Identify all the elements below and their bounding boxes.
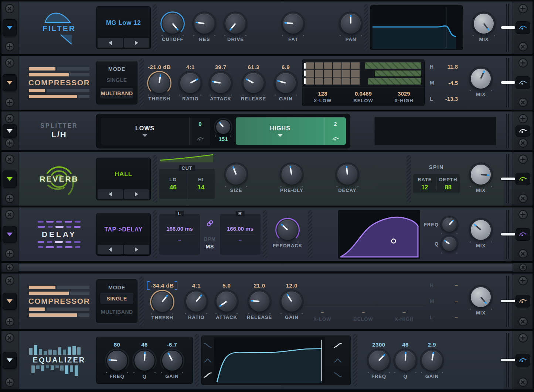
feedback-knob[interactable]: FEEDBACK bbox=[273, 220, 302, 248]
pan-knob[interactable]: PAN bbox=[341, 14, 361, 42]
collapse-button[interactable] bbox=[3, 19, 17, 36]
preset-prev-button[interactable] bbox=[98, 38, 123, 48]
thresh-knob[interactable]: -34.4 dB THRESH bbox=[148, 282, 177, 320]
lowpass-icon[interactable] bbox=[333, 372, 342, 378]
delay-filter-graph[interactable] bbox=[338, 210, 420, 259]
preset-name[interactable]: HALL bbox=[98, 159, 149, 189]
filter-response-graph[interactable] bbox=[370, 5, 463, 50]
collapse-button[interactable] bbox=[3, 226, 17, 243]
pre-delay-knob[interactable]: PRE-DLY bbox=[280, 165, 303, 193]
ratio-knob[interactable]: 4:1 RATIO bbox=[186, 282, 206, 320]
collapse-button[interactable] bbox=[3, 293, 17, 310]
delay-right-time[interactable]: R 166.00 ms – bbox=[220, 214, 261, 255]
mix-knob[interactable]: MIX bbox=[474, 14, 494, 42]
delay-freq-knob[interactable]: FREQ bbox=[424, 218, 456, 232]
band1-freq-knob[interactable]: 80 FREQ bbox=[107, 341, 127, 379]
bpm-mode[interactable]: BPM bbox=[204, 236, 216, 242]
drag-handle[interactable] bbox=[501, 300, 515, 302]
band2-gain-knob[interactable]: 2.9 GAIN bbox=[422, 341, 442, 379]
xlow-control[interactable]: 128X-LOW bbox=[302, 90, 343, 103]
mode-single[interactable]: SINGLE bbox=[100, 75, 133, 85]
preset-next-button[interactable] bbox=[124, 38, 150, 48]
highpass-icon[interactable] bbox=[203, 372, 212, 378]
drag-handle[interactable] bbox=[501, 26, 515, 29]
mode-multiband[interactable]: MULTIBAND bbox=[100, 307, 133, 317]
routing-button[interactable] bbox=[516, 125, 530, 137]
module-collapsed[interactable] bbox=[1, 262, 533, 272]
lows-band[interactable]: LOWS 0 bbox=[100, 117, 211, 145]
preset-name[interactable]: MG Low 12 bbox=[98, 8, 149, 38]
band2-q-knob[interactable]: 46 Q bbox=[395, 341, 415, 379]
mode-single[interactable]: SINGLE bbox=[100, 293, 133, 304]
xhigh-control[interactable]: 3029X-HIGH bbox=[384, 90, 424, 103]
link-icon[interactable] bbox=[206, 219, 214, 227]
band1-q-knob[interactable]: 46 Q bbox=[135, 341, 154, 379]
delay-q-knob[interactable]: Q bbox=[424, 237, 456, 251]
ms-mode[interactable]: MS bbox=[205, 244, 214, 250]
spin-rate-control[interactable]: RATE12 bbox=[413, 177, 436, 191]
preset-next-button[interactable] bbox=[124, 189, 150, 199]
peak-icon[interactable] bbox=[203, 357, 212, 363]
band2-freq-knob[interactable]: 2300 FREQ bbox=[369, 341, 389, 379]
cut-hi-control[interactable]: HI14 bbox=[187, 169, 215, 199]
gain-knob[interactable]: 12.0 GAIN bbox=[282, 282, 302, 320]
mode-multiband[interactable]: MULTIBAND bbox=[100, 88, 133, 99]
routing-button[interactable] bbox=[516, 21, 530, 34]
release-knob[interactable]: 61.3 RELEASE bbox=[241, 64, 266, 102]
drag-handle[interactable] bbox=[501, 359, 515, 361]
drag-handle-rail[interactable] bbox=[504, 58, 512, 107]
mix-knob[interactable]: MIX bbox=[471, 165, 491, 193]
preset-next-button[interactable] bbox=[124, 245, 150, 254]
highs-band[interactable]: HIGHS 2 bbox=[235, 117, 346, 145]
collapse-button[interactable] bbox=[3, 124, 17, 138]
res-knob[interactable]: RES bbox=[194, 14, 214, 42]
drag-handle-rail[interactable] bbox=[504, 333, 512, 387]
drag-handle-rail[interactable] bbox=[504, 210, 512, 259]
mix-knob[interactable]: MIX bbox=[471, 220, 491, 248]
collapsed-module-bar[interactable] bbox=[18, 263, 513, 272]
routing-button[interactable] bbox=[516, 76, 530, 89]
divider bbox=[153, 155, 157, 203]
routing-button[interactable] bbox=[516, 173, 530, 185]
fat-knob[interactable]: FAT bbox=[283, 14, 303, 42]
drag-handle-rail[interactable] bbox=[504, 114, 512, 148]
preset-prev-button[interactable] bbox=[98, 189, 123, 199]
drag-handle[interactable] bbox=[501, 178, 515, 180]
crossover-knob[interactable]: 151 bbox=[216, 120, 230, 142]
routing-button[interactable] bbox=[516, 354, 530, 367]
drag-handle-rail[interactable] bbox=[504, 4, 512, 52]
cut-lo-control[interactable]: LO46 bbox=[159, 169, 187, 199]
thresh-knob[interactable]: -21.0 dB THRESH bbox=[148, 64, 171, 102]
collapse-button[interactable] bbox=[3, 74, 17, 91]
below-control[interactable]: 0.0469BELOW bbox=[343, 90, 384, 103]
eq-response-graph[interactable] bbox=[214, 337, 325, 383]
screw-icon bbox=[5, 114, 14, 123]
preset-prev-button[interactable] bbox=[98, 245, 123, 254]
attack-knob[interactable]: 39.7 ATTACK bbox=[210, 64, 231, 102]
release-knob[interactable]: 21.0 RELEASE bbox=[247, 282, 272, 320]
peak-icon[interactable] bbox=[333, 357, 342, 363]
attack-knob[interactable]: 5.0 ATTACK bbox=[216, 282, 237, 320]
mix-knob[interactable]: MIX bbox=[471, 69, 491, 97]
drag-handle-rail[interactable] bbox=[504, 276, 512, 327]
routing-button[interactable] bbox=[516, 228, 530, 241]
collapse-button[interactable] bbox=[3, 352, 17, 369]
shelf-up-icon[interactable] bbox=[333, 342, 342, 348]
band1-gain-knob[interactable]: -6.7 GAIN bbox=[162, 341, 182, 379]
size-knob[interactable]: SIZE bbox=[226, 165, 246, 193]
delay-left-time[interactable]: L 166.00 ms – bbox=[159, 214, 200, 255]
drag-handle[interactable] bbox=[501, 81, 515, 84]
decay-knob[interactable]: DECAY bbox=[337, 165, 357, 193]
preset-name[interactable]: TAP->DELAY bbox=[98, 214, 149, 245]
shelf-down-icon[interactable] bbox=[203, 342, 212, 348]
ratio-knob[interactable]: 4:1 RATIO bbox=[180, 64, 200, 102]
drive-knob[interactable]: DRIVE bbox=[225, 14, 245, 42]
collapse-button[interactable] bbox=[3, 171, 17, 188]
routing-button[interactable] bbox=[516, 295, 530, 307]
drag-handle[interactable] bbox=[501, 233, 515, 235]
spin-depth-control[interactable]: DEPTH88 bbox=[437, 177, 460, 191]
gain-knob[interactable]: 6.9 GAIN bbox=[276, 64, 296, 102]
drag-handle-rail[interactable] bbox=[504, 154, 512, 203]
cutoff-knob[interactable]: CUTOFF bbox=[162, 14, 183, 42]
mix-knob[interactable]: MIX bbox=[471, 287, 491, 316]
